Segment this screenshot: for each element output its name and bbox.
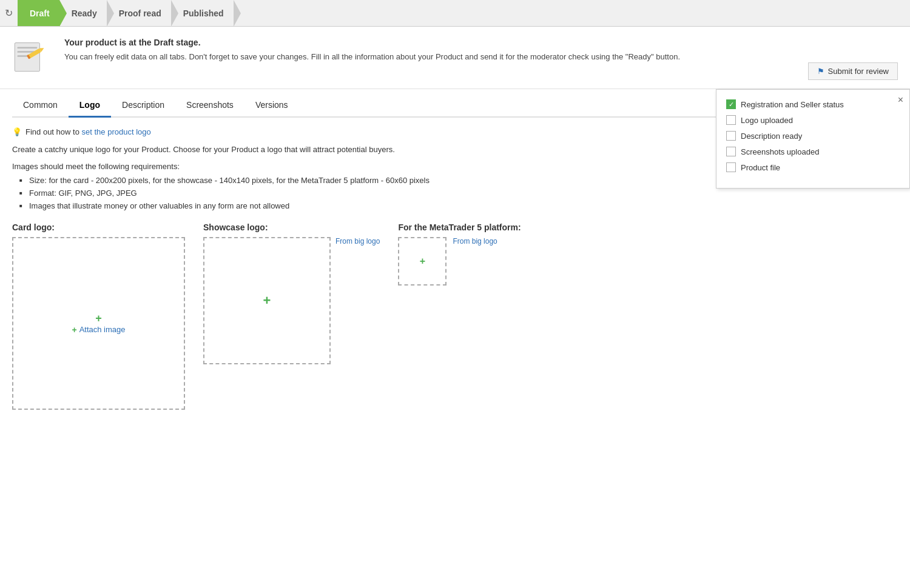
platform-logo-upload-box[interactable]: +	[398, 237, 447, 286]
checklist-item-description: Description ready	[726, 131, 900, 141]
checklist-item-logo: Logo uploaded	[726, 115, 900, 125]
draft-icon	[12, 38, 55, 80]
showcase-group: + From big logo	[203, 237, 380, 364]
showcase-plus-icon: +	[263, 293, 271, 309]
showcase-logo-section: Showcase logo: + From big logo	[203, 222, 380, 364]
card-logo-upload-box[interactable]: + + Attach image	[12, 237, 185, 410]
svg-rect-1	[18, 47, 38, 48]
checklist-items: Registration and Seller status Logo uplo…	[726, 99, 900, 172]
checklist-close-button[interactable]: ×	[898, 95, 903, 105]
breadcrumb-step-draft[interactable]: Draft	[18, 0, 59, 26]
breadcrumb-step-published[interactable]: Published	[171, 0, 234, 26]
set-product-logo-link[interactable]: set the product logo	[82, 127, 151, 136]
tab-logo[interactable]: Logo	[69, 94, 111, 118]
checklist-popup: × Registration and Seller status Logo up…	[716, 89, 910, 189]
showcase-logo-upload-box[interactable]: +	[203, 237, 331, 364]
showcase-logo-title: Showcase logo:	[203, 222, 380, 232]
checklist-checkbox-screenshots	[726, 147, 736, 156]
tab-versions[interactable]: Versions	[244, 94, 299, 118]
showcase-from-big-logo-link[interactable]: From big logo	[335, 237, 380, 246]
checklist-checkbox-product-file	[726, 162, 736, 172]
platform-from-big-logo-link[interactable]: From big logo	[453, 237, 497, 246]
requirement-images: Images that illustrate money or other va…	[22, 201, 898, 210]
checklist-item-product-file: Product file	[726, 162, 900, 172]
card-logo-section: Card logo: + + Attach image	[12, 222, 185, 410]
card-logo-title: Card logo:	[12, 222, 185, 232]
platform-plus-icon: +	[420, 256, 425, 267]
refresh-icon[interactable]: ↻	[5, 7, 13, 19]
card-plus-icon: +	[95, 312, 102, 325]
lightbulb-icon: 💡	[12, 127, 22, 136]
platform-logo-section: For the MetaTrader 5 platform: + From bi…	[398, 222, 521, 286]
submit-for-review-button[interactable]: ⚑ Submit for review	[808, 62, 898, 80]
checklist-item-registration: Registration and Seller status	[726, 99, 900, 109]
checklist-checkbox-logo	[726, 115, 736, 125]
breadcrumb-steps: Draft Ready Proof read Published	[18, 0, 234, 26]
draft-text: Your product is at the Draft stage. You …	[64, 38, 898, 63]
main-content: Common Logo Description Screenshots Vers…	[0, 89, 910, 419]
flag-icon: ⚑	[817, 67, 824, 76]
tab-description[interactable]: Description	[111, 94, 175, 118]
draft-banner: Your product is at the Draft stage. You …	[0, 27, 910, 89]
requirement-format: Format: GIF, PNG, JPG, JPEG	[22, 189, 898, 198]
attach-plus-icon: +	[72, 325, 76, 335]
checklist-item-screenshots: Screenshots uploaded	[726, 147, 900, 156]
tab-screenshots[interactable]: Screenshots	[175, 94, 244, 118]
tab-common[interactable]: Common	[12, 94, 69, 118]
draft-stage-title: Your product is at the Draft stage.	[64, 38, 898, 47]
attach-image-link[interactable]: + Attach image	[72, 325, 125, 335]
breadcrumb-bar: ↻ Draft Ready Proof read Published	[0, 0, 910, 27]
breadcrumb-step-proofread[interactable]: Proof read	[107, 0, 171, 26]
platform-logo-title: For the MetaTrader 5 platform:	[398, 222, 521, 232]
checklist-checkbox-description	[726, 131, 736, 141]
logo-sections: Card logo: + + Attach image Showcase log…	[12, 222, 898, 410]
draft-stage-description: You can freely edit data on all tabs. Do…	[64, 51, 898, 63]
checklist-checkbox-registration	[726, 99, 736, 109]
